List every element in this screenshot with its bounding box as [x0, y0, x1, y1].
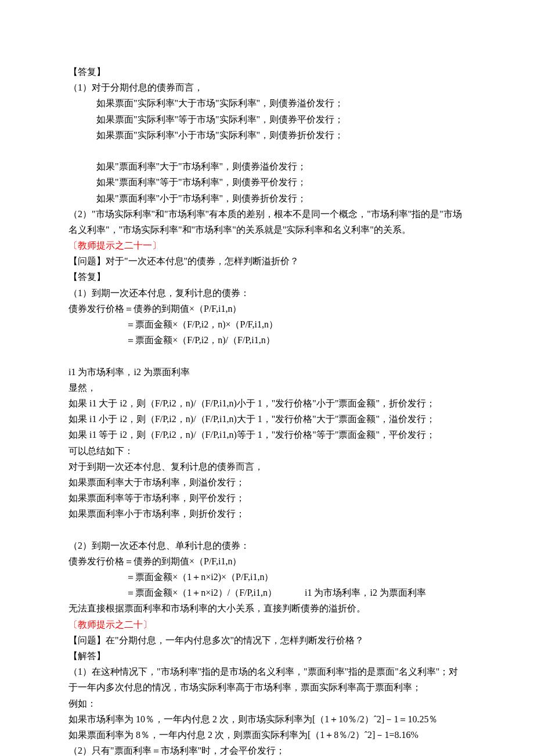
text-line: （2）"市场实际利率"和"市场利率"有本质的差别，根本不是同一个概念，"市场利率… [68, 206, 466, 237]
blank-line [68, 521, 466, 537]
text-line: i1 为市场利率，i2 为票面利率 [68, 364, 466, 380]
text-line: 如果票面"实际利率"小于市场"实际利率"，则债券折价发行； [68, 127, 466, 143]
blank-line [68, 348, 466, 363]
text-line: 如果市场利率为 10％，一年内付息 2 次，则市场实际利率为[（1＋10％/2）… [68, 711, 466, 727]
text-line: 如果票面利率小于市场利率，则折价发行； [68, 506, 466, 521]
text-line: 【问题】在"分期付息，一年内付息多次"的情况下，怎样判断发行价格？ [68, 632, 466, 648]
section-header: 〔教师提示之二十一〕 [68, 237, 466, 253]
text-line: （1）在这种情况下，"市场利率"指的是市场的名义利率，"票面利率"指的是票面"名… [68, 664, 466, 695]
section-header: 〔教师提示之二十〕 [68, 617, 466, 632]
text-line: 对于到期一次还本付息、复利计息的债券而言， [68, 459, 466, 474]
text-line: 例如： [68, 696, 466, 711]
text-line: （1）对于分期付息的债券而言， [68, 80, 466, 95]
text-line: 如果"票面利率"大于"市场利率"，则债券溢价发行； [68, 159, 466, 174]
document-page: 【答复】（1）对于分期付息的债券而言， 如果票面"实际利率"大于市场"实际利率"… [0, 0, 534, 756]
text-line: 债券发行价格＝债券的到期值×（P/F,i1,n） [68, 553, 466, 569]
text-line: ＝票面金额×（F/P,i2，n)/（F/P,i1,n） [68, 332, 466, 348]
text-line: （1）到期一次还本付息，复利计息的债券： [68, 285, 466, 301]
text-line: 可以总结如下： [68, 443, 466, 459]
text-line: 无法直接根据票面利率和市场利率的大小关系，直接判断债券的溢折价。 [68, 600, 466, 616]
text-line: 【答复】 [68, 64, 466, 80]
text-line: （2）到期一次还本付息、单利计息的债券： [68, 538, 466, 553]
text-line: 如果票面"实际利率"等于市场"实际利率"，则债券平价发行； [68, 111, 466, 127]
blank-line [68, 143, 466, 159]
text-line: 显然， [68, 380, 466, 395]
text-line: 【解答】 [68, 648, 466, 664]
text-line: 债券发行价格＝债券的到期值×（P/F,i1,n） [68, 301, 466, 316]
text-line: 如果"票面利率"小于"市场利率"，则债券折价发行； [68, 190, 466, 206]
text-line: ＝票面金额×（1＋n×i2）/（F/P,i1,n） i1 为市场利率，i2 为票… [68, 585, 466, 600]
text-line: 如果 i1 小于 i2，则（F/P,i2，n)/（F/P,i1,n)大于 1，"… [68, 411, 466, 427]
text-line: 如果票面"实际利率"大于市场"实际利率"，则债券溢价发行； [68, 95, 466, 111]
text-line: 【问题】对于"一次还本付息"的债券，怎样判断溢折价？ [68, 253, 466, 269]
text-line: （2）只有"票面利率＝市场利率"时，才会平价发行； [68, 743, 466, 756]
text-line: ＝票面金额×（1＋n×i2)×（P/F,i1,n） [68, 569, 466, 585]
text-line: 如果"票面利率"等于"市场利率"，则债券平价发行； [68, 174, 466, 190]
text-line: ＝票面金额×（F/P,i2，n)×（P/F,i1,n） [68, 316, 466, 332]
text-line: 如果 i1 等于 i2，则（F/P,i2，n)/（F/P,i1,n)等于 1，"… [68, 427, 466, 442]
text-line: 【答复】 [68, 269, 466, 285]
text-line: 如果 i1 大于 i2，则（F/P,i2，n)/（F/P,i1,n)小于 1，"… [68, 395, 466, 411]
text-line: 如果票面利率大于市场利率，则溢价发行； [68, 474, 466, 490]
text-line: 如果票面利率为 8％，一年内付息 2 次，则票面实际利率为[（1＋8％/2）ˆ2… [68, 727, 466, 743]
text-line: 如果票面利率等于市场利率，则平价发行； [68, 490, 466, 506]
